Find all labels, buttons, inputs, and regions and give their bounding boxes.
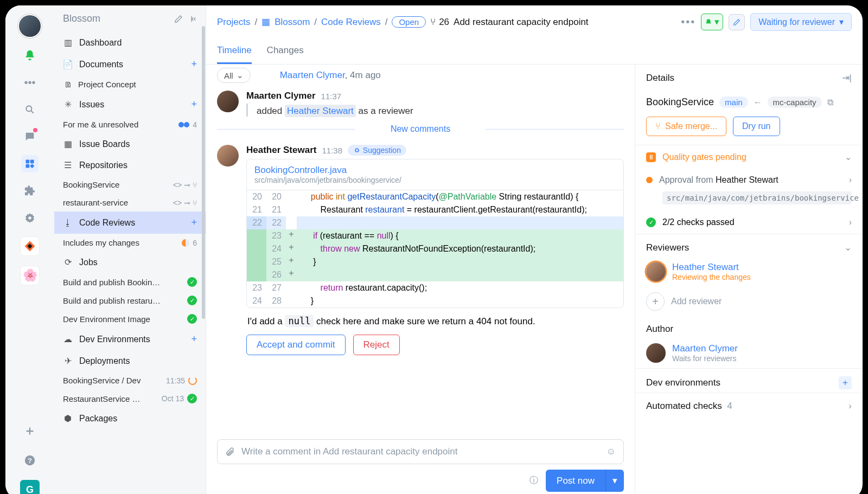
project-name[interactable]: Blossom xyxy=(63,13,100,24)
code-diff: 2020 public int getRestaurantCapacity(@P… xyxy=(247,190,623,307)
collapse-details-icon[interactable]: ⇥| xyxy=(842,72,852,84)
post-now-button[interactable]: Post now xyxy=(546,470,605,492)
help-icon[interactable]: ? xyxy=(20,451,40,470)
sidebar-job-3[interactable]: Dev Environment Image✓ xyxy=(54,310,206,328)
pause-icon: ⏸ xyxy=(646,152,656,162)
pr-title: Add restaurant capacity endpoint xyxy=(454,17,589,28)
accept-commit-button[interactable]: Accept and commit xyxy=(246,335,346,355)
tab-timeline[interactable]: Timeline xyxy=(217,39,252,64)
sidebar-repo-2[interactable]: restaurant-service<> ⊸ ⑂ xyxy=(54,194,206,211)
sidebar-dev-env[interactable]: ☁Dev Environments+ xyxy=(54,328,206,350)
more-actions-icon[interactable]: ••• xyxy=(681,16,695,28)
sidebar-dep-1[interactable]: BookingService / Dev11:35 xyxy=(54,371,206,389)
extensions-icon[interactable] xyxy=(21,182,39,200)
crumb-code-reviews[interactable]: Code Reviews xyxy=(321,17,381,28)
sidebar-packages[interactable]: ⬢Packages xyxy=(54,408,206,429)
sidebar-dashboard[interactable]: ▥Dashboard xyxy=(54,32,206,53)
tab-changes[interactable]: Changes xyxy=(267,39,304,64)
notifications-icon[interactable] xyxy=(21,47,39,64)
copy-icon[interactable]: ⧉ xyxy=(827,98,833,107)
timeline-panel: All ⌄ Maarten Clymer, 4m ago Maarten Cly… xyxy=(206,65,635,494)
avatar-heather-small xyxy=(646,262,666,281)
sidebar-code-reviews[interactable]: ⭳Code Reviews+ xyxy=(54,211,206,234)
chat-icon[interactable] xyxy=(21,128,39,145)
event-author[interactable]: Maarten Clymer xyxy=(246,91,316,101)
source-branch-chip[interactable]: mc-capacity xyxy=(768,97,822,108)
crumb-blossom[interactable]: Blossom xyxy=(275,17,310,28)
sidebar-repositories[interactable]: ☰Repositories xyxy=(54,155,206,176)
sidebar-for-me[interactable]: For me & unresolved4 xyxy=(54,116,206,133)
comment-composer[interactable]: Write a comment in Add restaurant capaci… xyxy=(217,439,624,464)
add-review-icon[interactable]: + xyxy=(191,217,197,228)
quality-gates-row[interactable]: ⏸Quality gates pending⌄ xyxy=(635,145,863,169)
avatar-maarten[interactable] xyxy=(217,91,239,112)
mention[interactable]: Heather Stewart xyxy=(285,105,356,117)
safe-merge-button[interactable]: ⑂ Safe merge... xyxy=(646,117,726,136)
composer-placeholder: Write a comment in Add restaurant capaci… xyxy=(241,446,457,457)
sidebar-project-concept[interactable]: 🗎Project Concept xyxy=(54,75,206,93)
add-devenv-icon[interactable]: + xyxy=(191,333,197,345)
edit-pr-icon[interactable] xyxy=(729,14,745,30)
sidebar-issue-boards[interactable]: ▦Issue Boards xyxy=(54,133,206,155)
crumb-projects[interactable]: Projects xyxy=(217,17,250,28)
chevron-down-icon[interactable]: ⌄ xyxy=(844,242,852,253)
check-icon: ✓ xyxy=(646,217,656,227)
diff-card: BookingController.java src/main/java/com… xyxy=(246,159,624,308)
chevron-right-icon: › xyxy=(849,217,852,227)
author-maarten[interactable]: Maarten ClymerWaits for reviewers xyxy=(635,338,863,368)
org-logo-g[interactable]: G xyxy=(20,480,40,494)
sidebar-includes-changes[interactable]: Includes my changes6 xyxy=(54,234,206,252)
unread-dot xyxy=(33,128,37,132)
add-reviewer-button[interactable]: +Add reviewer xyxy=(635,287,863,316)
avatar-heather[interactable] xyxy=(217,145,239,166)
sidebar-job-1[interactable]: Build and publish Bookin…✓ xyxy=(54,273,206,291)
user-avatar[interactable] xyxy=(19,15,41,37)
sidebar-dep-2[interactable]: RestaurantService …Oct 13 ✓ xyxy=(54,389,206,408)
sidebar-jobs[interactable]: ⟳Jobs xyxy=(54,252,206,273)
emoji-icon[interactable]: ☺ xyxy=(607,446,616,457)
target-branch-chip[interactable]: main xyxy=(719,97,748,108)
edit-icon[interactable] xyxy=(174,15,183,23)
filter-dropdown[interactable]: All ⌄ xyxy=(217,68,251,83)
event-body: added Heather Stewart as a reviewer xyxy=(246,104,624,117)
dev-envs-row[interactable]: Dev environments+ xyxy=(635,369,863,393)
dry-run-button[interactable]: Dry run xyxy=(733,117,780,136)
plus-circle-icon: + xyxy=(646,292,665,311)
svg-point-4 xyxy=(28,216,31,220)
sidebar-job-2[interactable]: Build and publish restaru…✓ xyxy=(54,291,206,310)
subscribe-button[interactable]: ▾ xyxy=(701,14,723,30)
apps-icon[interactable] xyxy=(21,155,39,172)
pr-number: ⑂ 26 xyxy=(430,17,449,28)
automated-checks-row[interactable]: Automated checks 4› xyxy=(635,393,863,415)
approval-row[interactable]: Approval from Heather Stewart› xyxy=(635,169,863,191)
org-logo-1[interactable] xyxy=(20,236,40,256)
org-logo-2[interactable]: 🌸 xyxy=(20,266,40,285)
settings-icon[interactable] xyxy=(21,209,39,227)
collapse-icon[interactable] xyxy=(188,15,197,23)
sidebar-scrollbar[interactable] xyxy=(202,26,205,319)
checks-row[interactable]: ✓2/2 checks passed› xyxy=(635,211,863,234)
info-icon[interactable]: ⓘ xyxy=(529,475,538,486)
search-icon[interactable] xyxy=(21,101,39,118)
file-name-link[interactable]: BookingController.java xyxy=(254,165,347,175)
sidebar-deployments[interactable]: ✈Deployments xyxy=(54,350,206,371)
sidebar-issues[interactable]: ✳Issues+ xyxy=(54,93,206,116)
add-org-icon[interactable] xyxy=(20,421,40,441)
details-title: Details xyxy=(646,73,674,84)
event-author[interactable]: Heather Stewart xyxy=(246,145,316,156)
sidebar-repo-1[interactable]: BookingService<> ⊸ ⑂ xyxy=(54,176,206,194)
post-dropdown-button[interactable]: ▾ xyxy=(605,470,624,492)
add-document-icon[interactable]: + xyxy=(191,59,197,70)
add-devenv-button[interactable]: + xyxy=(839,376,852,389)
review-status-dropdown[interactable]: Waiting for reviewer ▾ xyxy=(750,13,852,31)
add-issue-icon[interactable]: + xyxy=(191,99,197,110)
check-icon: ✓ xyxy=(187,296,197,305)
more-icon[interactable]: ••• xyxy=(21,74,39,91)
half-circle-icon xyxy=(182,239,189,247)
check-icon: ✓ xyxy=(187,394,197,403)
sidebar-documents[interactable]: 📄Documents+ xyxy=(54,53,206,75)
attach-icon[interactable] xyxy=(225,447,235,457)
reviewer-heather[interactable]: Heather StewartReviewing the changes xyxy=(635,256,863,287)
chevron-down-icon: ⌄ xyxy=(237,70,244,80)
reject-button[interactable]: Reject xyxy=(353,335,400,355)
